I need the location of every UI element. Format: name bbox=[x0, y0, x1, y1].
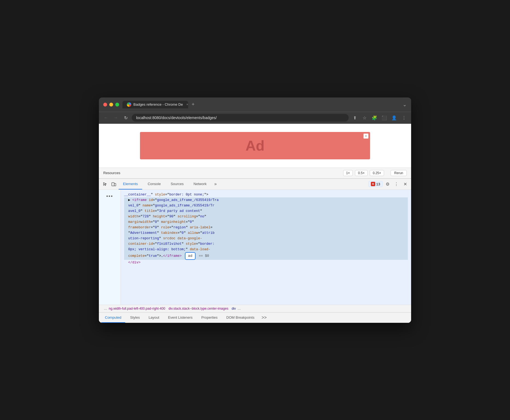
new-tab-button[interactable]: + bbox=[189, 101, 197, 108]
ad-banner: Ad × bbox=[140, 132, 370, 159]
devtools-tabs-bar: Elements Console Sources Network » ✕ 13 … bbox=[99, 179, 411, 190]
tab-network-label: Network bbox=[194, 182, 207, 186]
minimize-button[interactable] bbox=[109, 103, 113, 107]
tab-console-label: Console bbox=[148, 182, 161, 186]
tab-console[interactable]: Console bbox=[143, 179, 165, 189]
bottom-tabs: Computed Styles Layout Event Listeners P… bbox=[99, 312, 411, 323]
tab-event-listeners[interactable]: Event Listeners bbox=[164, 312, 196, 323]
tab-sources-label: Sources bbox=[171, 182, 184, 186]
elements-main: ••• __container__" style="border: 0pt no… bbox=[99, 190, 411, 305]
maximize-button[interactable] bbox=[115, 103, 119, 107]
tab-layout-label: Layout bbox=[148, 315, 159, 320]
element-select-icon[interactable] bbox=[101, 180, 109, 188]
forward-icon: → bbox=[114, 115, 118, 120]
profile-icon[interactable]: 👤 bbox=[390, 114, 398, 122]
breadcrumb-dots-left: … bbox=[104, 307, 107, 310]
share-icon[interactable]: ⬆ bbox=[351, 114, 359, 122]
ad-label: Ad bbox=[245, 137, 264, 154]
tab-dom-breakpoints-label: DOM Breakpoints bbox=[226, 315, 254, 320]
ad-close-button[interactable]: × bbox=[363, 134, 368, 139]
active-tab[interactable]: Badges reference - Chrome De × bbox=[122, 101, 188, 108]
resources-label: Resources bbox=[103, 171, 120, 175]
tab-layout[interactable]: Layout bbox=[145, 312, 163, 323]
tab-styles[interactable]: Styles bbox=[126, 312, 144, 323]
tab-favicon bbox=[127, 102, 131, 107]
devtools-settings-button[interactable]: ⚙ bbox=[384, 180, 391, 188]
title-bar: Badges reference - Chrome De × + ⌄ bbox=[99, 97, 411, 112]
ad-badge: ad bbox=[185, 252, 196, 260]
traffic-lights bbox=[103, 103, 119, 107]
tab-dom-breakpoints[interactable]: DOM Breakpoints bbox=[222, 312, 258, 323]
breadcrumb-bar: … ng.width-full.pad-left-400.pad-right-4… bbox=[99, 305, 411, 312]
code-line-last: </div> bbox=[124, 260, 408, 265]
back-icon: ← bbox=[104, 115, 108, 120]
preview-bar: Resources 1× 0.5× 0.25× Rerun bbox=[99, 168, 411, 179]
zoom-05x-button[interactable]: 0.5× bbox=[355, 170, 368, 176]
elements-sidebar: ••• bbox=[99, 190, 121, 305]
zoom-controls: 1× 0.5× 0.25× bbox=[343, 170, 384, 176]
tab-menu-button[interactable]: ⌄ bbox=[403, 102, 407, 108]
devtools-more-button[interactable]: ⋮ bbox=[392, 180, 400, 188]
sidebar-dots: ••• bbox=[106, 192, 113, 201]
error-badge[interactable]: ✕ 13 bbox=[368, 181, 383, 187]
tab-elements[interactable]: Elements bbox=[119, 179, 142, 189]
svg-rect-0 bbox=[112, 183, 114, 186]
code-line-selected[interactable]: ▶ <iframe id="google_ads_iframe_/6355419… bbox=[124, 197, 408, 260]
back-button[interactable]: ← bbox=[102, 114, 110, 122]
error-count: 13 bbox=[376, 182, 380, 186]
breadcrumb-item-1[interactable]: ng.width-full.pad-left-400.pad-right-400 bbox=[109, 307, 165, 310]
forward-button[interactable]: → bbox=[112, 114, 120, 122]
tab-title: Badges reference - Chrome De bbox=[133, 102, 183, 107]
breadcrumb-item-2[interactable]: div.stack.stack--block.type.center-image… bbox=[168, 307, 228, 310]
tab-close-button[interactable]: × bbox=[185, 102, 188, 107]
device-toggle-icon[interactable] bbox=[110, 180, 118, 188]
address-input[interactable] bbox=[132, 114, 349, 122]
ad-badge-container: ad bbox=[184, 252, 197, 260]
address-bar: ← → ↻ ⬆ ☆ 🧩 ⬛ 👤 ⋮ bbox=[99, 112, 411, 124]
reload-button[interactable]: ↻ bbox=[122, 114, 130, 122]
tab-elements-label: Elements bbox=[123, 182, 138, 186]
rerun-button[interactable]: Rerun bbox=[391, 170, 407, 176]
code-line-1: __container__" style="border: 0pt none;"… bbox=[124, 192, 408, 197]
devtools-panel: Elements Console Sources Network » ✕ 13 … bbox=[99, 179, 411, 323]
close-button[interactable] bbox=[103, 103, 107, 107]
tab-computed-label: Computed bbox=[105, 315, 121, 320]
address-icons: ⬆ ☆ 🧩 ⬛ 👤 ⋮ bbox=[351, 114, 408, 122]
devtools-close-button[interactable]: ✕ bbox=[401, 180, 409, 188]
bottom-tabs-more[interactable]: >> bbox=[259, 315, 269, 320]
svg-rect-1 bbox=[114, 183, 116, 186]
menu-icon[interactable]: ⋮ bbox=[400, 114, 408, 122]
zoom-025x-button[interactable]: 0.25× bbox=[370, 170, 384, 176]
breadcrumb-item-3[interactable]: div bbox=[232, 307, 236, 310]
tab-computed[interactable]: Computed bbox=[101, 312, 125, 323]
tab-sources[interactable]: Sources bbox=[166, 179, 188, 189]
tab-properties[interactable]: Properties bbox=[197, 312, 221, 323]
page-content: Ad × bbox=[99, 124, 411, 168]
tab-styles-label: Styles bbox=[130, 315, 140, 320]
breadcrumb-dots-right: … bbox=[237, 307, 241, 310]
tab-event-listeners-label: Event Listeners bbox=[168, 315, 193, 320]
browser-window: Badges reference - Chrome De × + ⌄ ← → ↻… bbox=[99, 97, 411, 323]
extensions-icon[interactable]: 🧩 bbox=[371, 114, 378, 122]
reload-icon: ↻ bbox=[124, 115, 128, 120]
tab-properties-label: Properties bbox=[201, 315, 217, 320]
devtools-tabs-more[interactable]: » bbox=[212, 182, 219, 186]
devtools-icon[interactable]: ⬛ bbox=[380, 114, 388, 122]
error-icon: ✕ bbox=[371, 182, 375, 186]
bookmark-icon[interactable]: ☆ bbox=[361, 114, 368, 122]
elements-code-panel[interactable]: __container__" style="border: 0pt none;"… bbox=[121, 190, 411, 305]
tab-bar: Badges reference - Chrome De × + bbox=[122, 101, 399, 108]
zoom-1x-button[interactable]: 1× bbox=[343, 170, 353, 176]
tab-network[interactable]: Network bbox=[189, 179, 211, 189]
